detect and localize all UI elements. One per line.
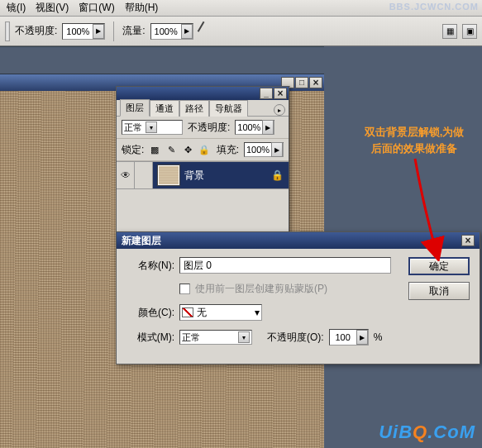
opacity-input[interactable] bbox=[63, 26, 93, 36]
fill-flyout[interactable]: ▶ bbox=[271, 142, 283, 157]
menu-view[interactable]: 视图(V) bbox=[31, 1, 74, 15]
layer-name-input[interactable] bbox=[179, 257, 391, 274]
name-label: 名称(N): bbox=[126, 259, 174, 273]
blend-row: 正常 ▾ 不透明度: ▶ bbox=[117, 117, 289, 139]
chevron-down-icon: ▾ bbox=[255, 307, 260, 318]
lock-icon: 🔒 bbox=[271, 169, 284, 181]
opacity-flyout[interactable]: ▶ bbox=[93, 24, 104, 39]
menu-window[interactable]: 窗口(W) bbox=[74, 1, 119, 15]
watermark-url: BBS.JCWCN.COM bbox=[389, 2, 479, 12]
color-label: 颜色(C): bbox=[126, 306, 174, 320]
fill-input[interactable] bbox=[245, 145, 271, 155]
layer-name: 背景 bbox=[184, 169, 204, 183]
panel-menu-button[interactable]: ▸ bbox=[274, 104, 285, 116]
flow-label: 流量: bbox=[122, 24, 145, 38]
flow-input[interactable] bbox=[151, 26, 181, 36]
panel-minimize-button[interactable]: _ bbox=[260, 88, 273, 99]
layer-opacity-flyout[interactable]: ▶ bbox=[262, 120, 274, 135]
chevron-down-icon: ▾ bbox=[238, 331, 250, 343]
layer-opacity-label: 不透明度: bbox=[188, 121, 230, 135]
clipping-mask-label: 使用前一图层创建剪贴蒙版(P) bbox=[195, 282, 327, 296]
visibility-toggle[interactable]: 👁 bbox=[117, 162, 135, 188]
lock-label: 锁定: bbox=[122, 143, 144, 157]
layer-thumbnail[interactable] bbox=[158, 165, 179, 185]
tab-paths[interactable]: 路径 bbox=[179, 100, 209, 117]
palette-toggle-icon[interactable]: ▦ bbox=[442, 24, 457, 39]
watermark-logo: UiBQ.CoM bbox=[379, 422, 475, 443]
fill-field[interactable]: ▶ bbox=[244, 142, 284, 157]
lock-row: 锁定: ▩ ✎ ✥ 🔒 填充: ▶ bbox=[117, 139, 289, 161]
lock-position-icon[interactable]: ✥ bbox=[182, 144, 193, 155]
panel-close-button[interactable] bbox=[274, 88, 287, 99]
fill-label: 填充: bbox=[217, 143, 239, 157]
blend-mode-value: 正常 bbox=[124, 122, 142, 134]
opacity-suffix: % bbox=[374, 331, 383, 343]
chevron-down-icon: ▾ bbox=[146, 122, 157, 133]
dialog-titlebar[interactable]: 新建图层 × bbox=[117, 232, 480, 249]
cancel-button[interactable]: 取消 bbox=[408, 282, 470, 300]
lock-pixels-icon[interactable]: ✎ bbox=[165, 144, 177, 155]
separator bbox=[113, 21, 114, 41]
menu-jing[interactable]: 镜(I) bbox=[2, 1, 31, 15]
imageready-icon[interactable]: ▣ bbox=[462, 24, 477, 39]
tab-channels[interactable]: 通道 bbox=[150, 100, 179, 117]
layers-panel-titlebar[interactable]: _ bbox=[117, 87, 289, 100]
dlg-opacity-flyout[interactable]: ▶ bbox=[356, 330, 368, 345]
doc-close-button[interactable] bbox=[309, 77, 322, 88]
annotation-text: 双击背景层解锁,为做 后面的效果做准备 bbox=[356, 124, 472, 157]
link-column[interactable] bbox=[135, 162, 153, 188]
menu-help[interactable]: 帮助(H) bbox=[120, 1, 164, 15]
dialog-title: 新建图层 bbox=[122, 234, 161, 248]
none-swatch-icon bbox=[182, 307, 193, 317]
airbrush-icon[interactable] bbox=[195, 21, 216, 41]
color-value: 无 bbox=[197, 306, 207, 320]
tab-navigator[interactable]: 导航器 bbox=[209, 100, 248, 117]
dlg-opacity-field[interactable]: ▶ bbox=[329, 329, 369, 346]
gripper[interactable] bbox=[5, 21, 10, 41]
mode-value: 正常 bbox=[182, 331, 200, 344]
lock-all-icon[interactable]: 🔒 bbox=[198, 144, 210, 155]
layer-opacity-field[interactable]: ▶ bbox=[235, 120, 274, 135]
clipping-mask-checkbox bbox=[179, 284, 190, 294]
tab-layers[interactable]: 图层 bbox=[120, 99, 150, 117]
lock-transparency-icon[interactable]: ▩ bbox=[149, 144, 160, 155]
panel-tabs: 图层 通道 路径 导航器 ▸ bbox=[117, 100, 289, 117]
opacity-field[interactable]: ▶ bbox=[62, 23, 105, 40]
new-layer-dialog: 新建图层 × 确定 取消 名称(N): 使用前一图层创建剪贴蒙版(P) 颜色(C… bbox=[116, 231, 480, 365]
dlg-opacity-label: 不透明度(O): bbox=[267, 331, 324, 345]
color-select[interactable]: 无 ▾ bbox=[179, 304, 262, 321]
mode-label: 模式(M): bbox=[126, 331, 174, 345]
doc-maximize-button[interactable]: □ bbox=[295, 77, 308, 88]
opacity-label: 不透明度: bbox=[15, 24, 57, 38]
blend-mode-select[interactable]: 正常 ▾ bbox=[122, 120, 183, 135]
ok-button[interactable]: 确定 bbox=[408, 257, 470, 275]
layer-background[interactable]: 👁 背景 🔒 bbox=[117, 161, 289, 189]
mode-select[interactable]: 正常 ▾ bbox=[179, 330, 252, 345]
dlg-opacity-input[interactable] bbox=[330, 332, 356, 342]
layer-opacity-input[interactable] bbox=[236, 122, 262, 132]
flow-field[interactable]: ▶ bbox=[150, 23, 193, 40]
dialog-close-button[interactable]: × bbox=[461, 235, 475, 246]
flow-flyout[interactable]: ▶ bbox=[181, 24, 193, 39]
options-bar: 不透明度: ▶ 流量: ▶ ▦ ▣ bbox=[0, 17, 482, 46]
